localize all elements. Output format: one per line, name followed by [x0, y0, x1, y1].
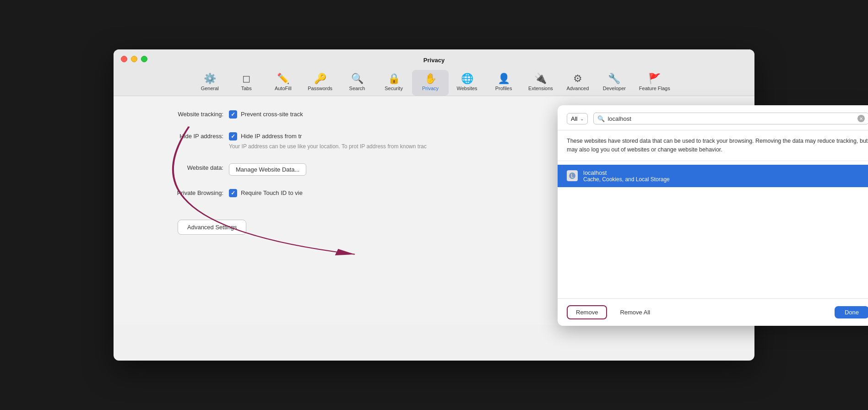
toolbar-item-general[interactable]: ⚙️ General: [191, 70, 228, 96]
privacy-icon: ✋: [424, 74, 437, 84]
list-item[interactable]: L localhost Cache, Cookies, and Local St…: [558, 165, 868, 187]
toolbar-item-search[interactable]: 🔍 Search: [339, 70, 375, 96]
website-data-label: Website data:: [132, 163, 223, 171]
private-browsing-checkbox[interactable]: ✓: [229, 189, 237, 197]
toolbar-item-websites[interactable]: 🌐 Websites: [449, 70, 485, 96]
website-tracking-checkbox[interactable]: ✓: [229, 110, 237, 119]
website-tracking-text: Prevent cross-site track: [241, 110, 303, 119]
toolbar-label-developer: Developer: [603, 86, 626, 91]
clear-search-button[interactable]: ✕: [857, 115, 865, 122]
advanced-settings-button[interactable]: Advanced Settings: [178, 220, 246, 235]
panel-footer: Remove Remove All Done: [558, 298, 868, 326]
toolbar-label-autofill: AutoFill: [275, 86, 292, 91]
website-tracking-label: Website tracking:: [132, 110, 223, 118]
toolbar: ⚙️ General ◻ Tabs ✏️ AutoFill 🔑 Password…: [121, 70, 747, 96]
toolbar-label-security: Security: [385, 86, 403, 91]
manage-website-data-button[interactable]: Manage Website Data...: [229, 163, 306, 176]
site-icon: L: [567, 170, 578, 181]
toolbar-label-privacy: Privacy: [422, 86, 439, 91]
toolbar-label-general: General: [201, 86, 219, 91]
search-box: 🔍 ✕: [593, 113, 868, 124]
check-icon-3: ✓: [231, 190, 235, 196]
panel-header: All ⌄ 🔍 ✕: [558, 105, 868, 130]
toolbar-item-tabs[interactable]: ◻ Tabs: [228, 70, 265, 96]
main-content: Website tracking: ✓ Prevent cross-site t…: [114, 96, 754, 325]
filter-select[interactable]: All ⌄: [567, 113, 588, 124]
site-description: Cache, Cookies, and Local Storage: [583, 176, 868, 183]
minimize-button[interactable]: [131, 56, 137, 62]
toolbar-label-search: Search: [349, 86, 365, 91]
filter-label: All: [571, 115, 577, 122]
chevron-down-icon: ⌄: [580, 116, 584, 121]
toolbar-item-autofill[interactable]: ✏️ AutoFill: [265, 70, 301, 96]
search-input[interactable]: [608, 115, 855, 122]
toolbar-label-websites: Websites: [457, 86, 477, 91]
toolbar-item-passwords[interactable]: 🔑 Passwords: [301, 70, 339, 96]
profiles-icon: 👤: [498, 74, 510, 84]
panel-description: These websites have stored data that can…: [558, 130, 868, 161]
done-button[interactable]: Done: [835, 306, 868, 318]
site-name: localhost: [583, 169, 868, 176]
autofill-icon: ✏️: [277, 74, 289, 84]
extensions-icon: 🔌: [534, 74, 547, 84]
developer-icon: 🔧: [608, 74, 620, 84]
private-browsing-label: Private Browsing:: [132, 189, 223, 196]
websites-icon: 🌐: [461, 74, 473, 84]
hide-ip-text: Hide IP address from tr: [241, 132, 302, 141]
check-icon-2: ✓: [231, 133, 235, 140]
hide-ip-checkbox[interactable]: ✓: [229, 132, 237, 140]
toolbar-item-feature-flags[interactable]: 🚩 Feature Flags: [633, 70, 677, 96]
tabs-icon: ◻: [242, 74, 250, 84]
search-icon-small: 🔍: [597, 115, 605, 122]
toolbar-item-security[interactable]: 🔒 Security: [375, 70, 412, 96]
window-title: Privacy: [121, 57, 747, 64]
titlebar: Privacy ⚙️ General ◻ Tabs ✏️ AutoFill 🔑 …: [114, 49, 754, 96]
toolbar-item-profiles[interactable]: 👤 Profiles: [485, 70, 522, 96]
passwords-icon: 🔑: [314, 74, 326, 84]
search-icon: 🔍: [351, 74, 363, 84]
security-icon: 🔒: [388, 74, 400, 84]
toolbar-label-advanced: Advanced: [566, 86, 589, 91]
toolbar-label-profiles: Profiles: [495, 86, 512, 91]
hide-ip-label: Hide IP address:: [132, 132, 223, 140]
toolbar-item-extensions[interactable]: 🔌 Extensions: [522, 70, 559, 96]
toolbar-item-privacy[interactable]: ✋ Privacy: [412, 70, 449, 96]
private-browsing-text: Require Touch ID to vie: [241, 189, 303, 198]
hide-ip-subtext: Your IP address can be use like your loc…: [229, 142, 427, 151]
toolbar-label-extensions: Extensions: [528, 86, 553, 91]
toolbar-label-tabs: Tabs: [241, 86, 252, 91]
svg-text:L: L: [571, 173, 574, 178]
site-info: localhost Cache, Cookies, and Local Stor…: [583, 169, 868, 183]
feature-flags-icon: 🚩: [648, 74, 661, 84]
advanced-icon: ⚙: [573, 74, 582, 84]
toolbar-item-developer[interactable]: 🔧 Developer: [596, 70, 633, 96]
maximize-button[interactable]: [141, 56, 147, 62]
toolbar-item-advanced[interactable]: ⚙ Advanced: [559, 70, 596, 96]
manage-website-data-panel: All ⌄ 🔍 ✕ These websites have stored dat…: [558, 105, 868, 326]
toolbar-label-passwords: Passwords: [308, 86, 332, 91]
remove-button[interactable]: Remove: [567, 305, 607, 319]
general-icon: ⚙️: [204, 74, 216, 84]
remove-all-button[interactable]: Remove All: [612, 306, 658, 318]
check-icon: ✓: [231, 111, 235, 118]
toolbar-label-feature-flags: Feature Flags: [639, 86, 670, 91]
localhost-icon-svg: L: [568, 172, 576, 180]
close-button[interactable]: [121, 56, 127, 62]
sites-list: L localhost Cache, Cookies, and Local St…: [558, 161, 868, 298]
main-window: Privacy ⚙️ General ◻ Tabs ✏️ AutoFill 🔑 …: [114, 49, 754, 361]
